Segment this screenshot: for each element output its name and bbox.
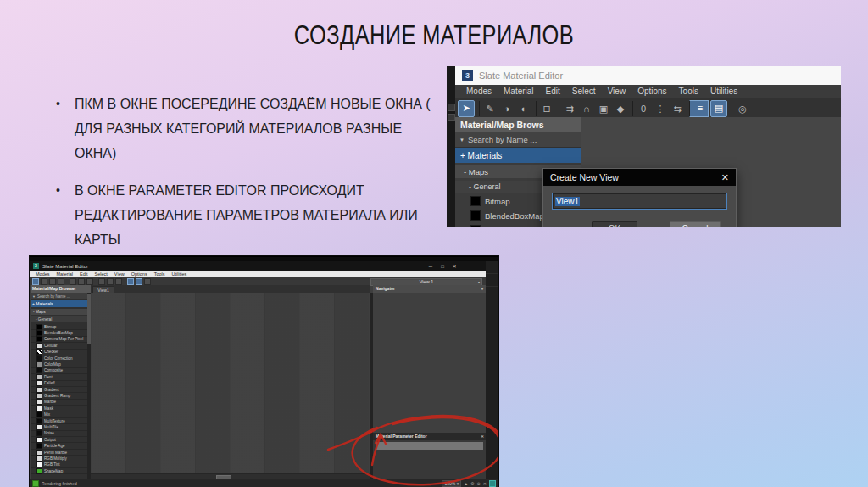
menu-item[interactable]: Utilities [169,271,191,277]
window-title: Slate Material Editor [479,70,563,81]
toolbar-icon[interactable] [32,278,39,285]
menu-item[interactable]: View [602,87,632,96]
render-status-icon [32,480,39,487]
close-icon[interactable]: ✕ [721,172,729,183]
map-swatch-icon [36,424,42,430]
close-icon[interactable]: ✕ [483,481,487,486]
select-cursor-icon[interactable]: ➤ [458,100,475,117]
search-field[interactable]: ▼ Search by Name ... [31,293,91,299]
toolbar-icon[interactable] [115,278,122,285]
menu-item[interactable]: Tools [673,87,704,96]
map-swatch-icon [36,411,42,417]
3dsmax-logo-icon: 3 [33,263,39,269]
slate-editor-screenshot-top: 3 Slate Material Editor ModesMaterialEdi… [447,66,841,227]
browser-toggle-icon[interactable]: ▤ [710,100,727,117]
show-map-in-viewport-icon[interactable]: 0 [632,101,651,116]
chevron-down-icon[interactable]: ▼ [459,137,465,143]
menu-item[interactable]: Modes [32,271,53,277]
move-children-icon[interactable]: ⇉ [559,101,577,116]
toolbar-icon[interactable] [144,278,151,285]
materials-group-row[interactable]: + Materials [455,148,581,163]
map-swatch-icon [36,367,42,373]
parameter-editor-toggle-icon[interactable]: ≡ [689,100,709,117]
toolbar-icon[interactable] [136,278,142,285]
ok-button[interactable]: OK [592,221,637,227]
toolbar-icon[interactable] [98,278,105,285]
pan-view-icon[interactable]: ⊕ [477,481,481,486]
toolbar-icon[interactable] [86,278,93,285]
view1-canvas[interactable] [91,293,370,479]
menu-item[interactable]: Options [632,87,672,96]
toolbar-icon[interactable] [78,278,85,285]
bullet-item: ПКМ В ОКНЕ ПОСЕРЕДИНЕ СОЗДАЁМ НОВЫЕ ОКНА… [53,92,436,165]
map-swatch-icon [36,343,42,349]
gear-icon[interactable]: ⚙ [470,481,474,486]
toolbar-icon[interactable] [41,278,47,285]
map-swatch-icon [36,393,42,399]
menu-item[interactable]: Modes [460,87,498,96]
layout-all-icon[interactable]: ⇆ [670,101,685,116]
background-icon[interactable]: ◆ [613,101,628,116]
window-right-edge [486,261,498,479]
close-icon[interactable]: ✕ [451,263,458,269]
map-swatch-icon [470,196,481,206]
menu-bar: ModesMaterialEditSelectViewOptionsToolsU… [455,85,841,98]
assign-to-selection-icon[interactable]: ◑ [499,101,515,116]
toolbar-icon[interactable] [127,278,134,285]
search-field[interactable]: ▼ Search by Name ... [455,132,581,148]
zoom-level[interactable]: 100% ▾ [442,480,461,487]
map-list-item[interactable]: ShapeMap [31,468,87,474]
menu-item[interactable]: Tools [151,271,169,277]
general-group-row[interactable]: - General [31,316,91,322]
warning-icon[interactable]: ▲ [464,481,468,486]
chevron-down-icon[interactable]: ▾ [481,285,483,293]
put-to-library-icon[interactable]: ◐ [516,101,531,116]
menu-item[interactable]: Edit [76,271,91,277]
dialog-title: Create New View [550,172,721,182]
delete-selected-icon[interactable]: ⊟ [536,101,554,116]
maps-group-row[interactable]: - Maps [31,309,91,315]
menu-item[interactable]: Options [128,271,151,277]
chevron-down-icon[interactable]: ▼ [32,294,36,299]
menu-item[interactable]: Select [566,87,602,96]
map-swatch-icon [36,406,42,411]
menu-item[interactable]: Material [53,271,77,277]
window-titlebar: 3 Slate Material Editor [455,66,841,85]
layout-children-icon[interactable]: ⋮ [653,101,668,116]
map-swatch-icon [36,468,42,474]
viewport-navigation-icon[interactable] [489,480,496,487]
cancel-button[interactable]: Cancel [670,221,721,227]
view-tabstrip: View1 [91,285,370,293]
menu-item[interactable]: Select [92,271,111,277]
param-editor-rollout-bar[interactable] [376,442,483,450]
menu-item[interactable]: Edit [540,87,566,96]
toolbar-icon[interactable] [58,278,64,285]
browser-header: Material/Map Browser [31,285,91,293]
tab-view1[interactable]: View1 [92,286,114,293]
materials-group-row[interactable]: + Materials [31,300,91,307]
select-by-material-icon[interactable]: ◎ [732,101,750,116]
menu-bar: ModesMaterialEditSelectViewOptionsToolsU… [30,271,498,277]
input-selected-text: View1 [555,197,580,206]
render-preview-icon[interactable]: ▣ [596,101,611,116]
lock-sample-icon[interactable]: ∩ [579,101,594,116]
toolbar-icon[interactable] [107,278,114,285]
status-bar: Rendering finished 100% ▾ ▲⚙⊕✕ [30,479,498,487]
map-swatch-icon [36,430,42,436]
menu-item[interactable]: Utilities [704,87,743,96]
map-swatch-icon [36,437,42,443]
navigator-panel [373,293,486,433]
map-swatch-icon [36,456,42,462]
toolbar: ➤✎◑◐⊟⇉∩▣◆0⋮⇆≡▤◎ [455,98,841,118]
menu-item[interactable]: View [111,271,128,277]
material-parameter-editor-panel: Material Parameter Editor ✕ [373,433,486,479]
pick-material-icon[interactable]: ✎ [479,101,498,116]
menu-item[interactable]: Material [498,87,540,96]
toolbar-icon[interactable] [49,278,56,285]
toolbar-icon[interactable] [70,278,76,285]
maximize-icon[interactable]: □ [439,264,446,269]
panel-headers-row: Material/Map Browser View1 Navigator ▾ [30,285,498,293]
view-name-input[interactable]: View1 [552,193,727,210]
minimize-icon[interactable]: ─ [427,264,434,269]
close-icon[interactable]: ✕ [481,433,484,440]
